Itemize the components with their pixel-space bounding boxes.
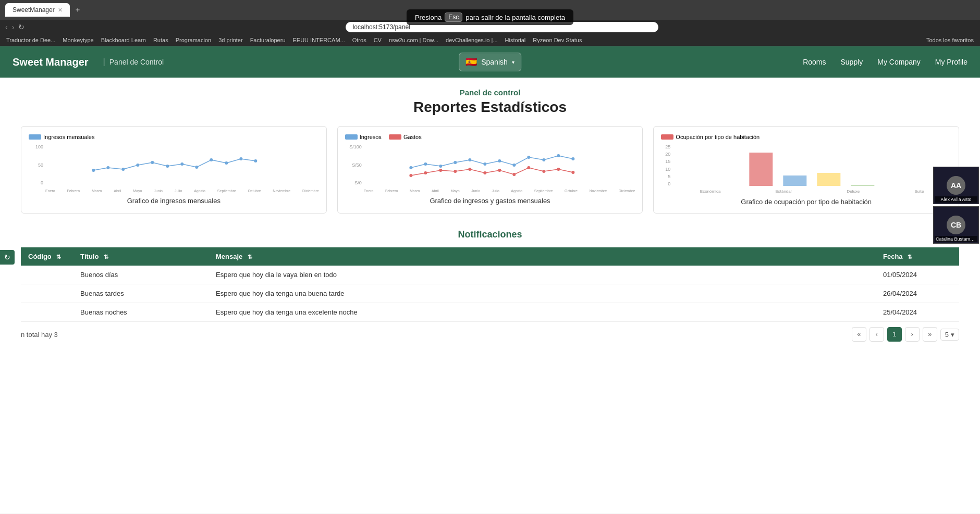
chart1-x-labels: EneroFebreroMarzoAbrilMayoJunioJulioAgos… bbox=[45, 189, 319, 193]
col-header-mensaje[interactable]: Mensaje ⇅ bbox=[209, 247, 876, 266]
bookmark-5[interactable]: Programacion bbox=[174, 36, 213, 44]
tab-close-icon[interactable]: ✕ bbox=[58, 7, 63, 14]
back-icon[interactable]: ‹ bbox=[5, 23, 8, 31]
chart3-legend: Ocupación por tipo de habitación bbox=[661, 134, 951, 140]
bookmark-10[interactable]: CV bbox=[372, 36, 384, 44]
page-size-value: 5 bbox=[945, 331, 949, 339]
chart1-legend: Ingresos mensuales bbox=[29, 134, 319, 140]
nav-my-profile[interactable]: My Profile bbox=[935, 58, 967, 66]
chart3-y-axis: 2520151050 bbox=[661, 144, 670, 194]
language-selector[interactable]: 🇪🇸 Spanish ▾ bbox=[459, 53, 521, 71]
chart2-point-red bbox=[542, 170, 545, 173]
bookmark-4[interactable]: Rutas bbox=[151, 36, 170, 44]
chart1-point bbox=[210, 158, 213, 161]
bookmark-all[interactable]: Todos los favoritos bbox=[924, 36, 976, 44]
chart2-point-red bbox=[409, 174, 412, 177]
chart2-point-red bbox=[498, 169, 501, 172]
cell-codigo-3 bbox=[21, 303, 73, 322]
sort-icon-titulo[interactable]: ⇅ bbox=[104, 254, 108, 260]
chart3-x-labels: EconómicaEstándarDeluxeSuite bbox=[672, 189, 951, 194]
app-logo[interactable]: Sweet Manager bbox=[13, 56, 89, 68]
chart2-point-red bbox=[527, 166, 530, 169]
chart1-y-axis: 100500 bbox=[29, 144, 43, 193]
bookmark-2[interactable]: Monkeytype bbox=[60, 36, 95, 44]
flag-icon: 🇪🇸 bbox=[466, 56, 477, 68]
header-nav: Rooms Supply My Company My Profile bbox=[803, 58, 967, 66]
chart3-svg bbox=[672, 144, 951, 186]
cell-titulo-2: Buenas tardes bbox=[73, 284, 209, 303]
page-next-button[interactable]: › bbox=[905, 327, 920, 342]
chart-ingresos-gastos: Ingresos Gastos S/100S/50S/0 bbox=[337, 126, 643, 214]
cell-codigo-1 bbox=[21, 266, 73, 284]
bookmark-13[interactable]: Historial bbox=[503, 36, 528, 44]
browser-tab[interactable]: SweetManager ✕ bbox=[5, 3, 70, 17]
chart2-point-red bbox=[424, 171, 427, 174]
chart2-point-red bbox=[557, 168, 560, 171]
chart1-point bbox=[239, 157, 242, 160]
cell-mensaje-2: Espero que hoy dia tenga una buena tarde bbox=[209, 284, 876, 303]
bookmark-7[interactable]: Facturaloperu bbox=[248, 36, 288, 44]
chart-ocupacion-tipo: Ocupación por tipo de habitación 2520151… bbox=[653, 126, 959, 214]
nav-my-company[interactable]: My Company bbox=[877, 58, 920, 66]
total-count: n total hay 3 bbox=[21, 331, 58, 339]
chevron-down-icon: ▾ bbox=[512, 59, 514, 65]
page-first-button[interactable]: « bbox=[852, 327, 866, 342]
chart2-point-blue bbox=[512, 164, 516, 167]
col-header-codigo[interactable]: Código ⇅ bbox=[21, 247, 73, 266]
chart2-title: Grafico de ingresos y gastos mensuales bbox=[345, 197, 635, 205]
chart2-ingresos-line bbox=[411, 156, 573, 168]
page-1-button[interactable]: 1 bbox=[887, 327, 902, 342]
chart1-point bbox=[151, 161, 154, 164]
chart2-svg-wrap: EneroFebreroMarzoAbrilMayoJunioJulioAgos… bbox=[364, 144, 635, 193]
chart3-svg-wrap: EconómicaEstándarDeluxeSuite bbox=[672, 144, 951, 194]
charts-row: Ingresos mensuales 100500 bbox=[21, 126, 959, 214]
bookmark-14[interactable]: Ryzeon Dev Status bbox=[531, 36, 584, 44]
bookmark-12[interactable]: devChallenges.io |... bbox=[444, 36, 499, 44]
bookmark-8[interactable]: EEUU INTERCAM... bbox=[291, 36, 347, 44]
bookmark-11[interactable]: nsw2u.com | Dow... bbox=[387, 36, 440, 44]
page-size-chevron: ▾ bbox=[951, 331, 954, 339]
sort-icon-codigo[interactable]: ⇅ bbox=[56, 254, 61, 260]
cell-fecha-2: 26/04/2024 bbox=[876, 284, 959, 303]
chart1-point bbox=[225, 161, 228, 165]
bookmark-3[interactable]: Blackboard Learn bbox=[99, 36, 148, 44]
avatar-alex: AA bbox=[947, 176, 965, 195]
pagination: « ‹ 1 › » 5 ▾ bbox=[852, 327, 959, 342]
col-header-titulo[interactable]: Título ⇅ bbox=[73, 247, 209, 266]
chart2-point-blue bbox=[409, 166, 412, 169]
page-size-selector[interactable]: 5 ▾ bbox=[940, 329, 959, 341]
refresh-button[interactable]: ↻ bbox=[0, 250, 15, 265]
sort-icon-fecha[interactable]: ⇅ bbox=[908, 254, 912, 260]
nav-rooms[interactable]: Rooms bbox=[803, 58, 826, 66]
refresh-icon[interactable]: ↻ bbox=[18, 23, 24, 31]
chart3-area: 2520151050 EconómicaEstándarDelux bbox=[661, 144, 951, 194]
cell-codigo-2 bbox=[21, 284, 73, 303]
chart2-point-blue bbox=[483, 162, 486, 166]
chart2-point-blue bbox=[424, 162, 427, 166]
page-prev-button[interactable]: ‹ bbox=[869, 327, 884, 342]
chart2-point-blue bbox=[527, 156, 530, 159]
forward-icon[interactable]: › bbox=[12, 23, 15, 31]
chart2-point-blue bbox=[439, 165, 442, 168]
chart1-svg bbox=[45, 144, 319, 186]
cell-titulo-1: Buenos días bbox=[73, 266, 209, 284]
col-header-fecha[interactable]: Fecha ⇅ bbox=[876, 247, 959, 266]
cell-titulo-3: Buenas noches bbox=[73, 303, 209, 322]
chart2-point-blue bbox=[542, 158, 545, 161]
bookmark-9[interactable]: Otros bbox=[350, 36, 369, 44]
nav-supply[interactable]: Supply bbox=[840, 58, 863, 66]
chart1-title: Grafico de ingresos mensuales bbox=[29, 197, 319, 205]
new-tab-icon[interactable]: ＋ bbox=[74, 5, 81, 15]
chart1-point bbox=[92, 169, 95, 172]
page-title: Reportes Estadísticos bbox=[21, 99, 959, 116]
sort-icon-mensaje[interactable]: ⇅ bbox=[248, 254, 252, 260]
chart2-legend: Ingresos Gastos bbox=[345, 134, 635, 140]
cell-mensaje-3: Espero que hoy dia tenga una excelente n… bbox=[209, 303, 876, 322]
bookmark-6[interactable]: 3d printer bbox=[216, 36, 244, 44]
chart2-point-blue bbox=[468, 158, 471, 161]
page-last-button[interactable]: » bbox=[923, 327, 937, 342]
chart-ingresos-mensuales: Ingresos mensuales 100500 bbox=[21, 126, 327, 214]
table-row: Buenas tardes Espero que hoy dia tenga u… bbox=[21, 284, 959, 303]
chart2-svg bbox=[364, 144, 635, 186]
bookmark-1[interactable]: Traductor de Dee... bbox=[4, 36, 57, 44]
